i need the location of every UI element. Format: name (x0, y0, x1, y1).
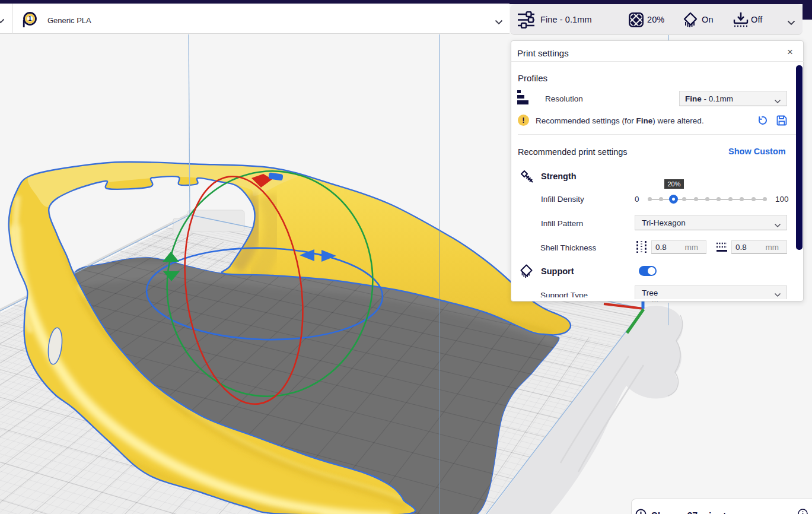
svg-text:1: 1 (28, 15, 32, 22)
